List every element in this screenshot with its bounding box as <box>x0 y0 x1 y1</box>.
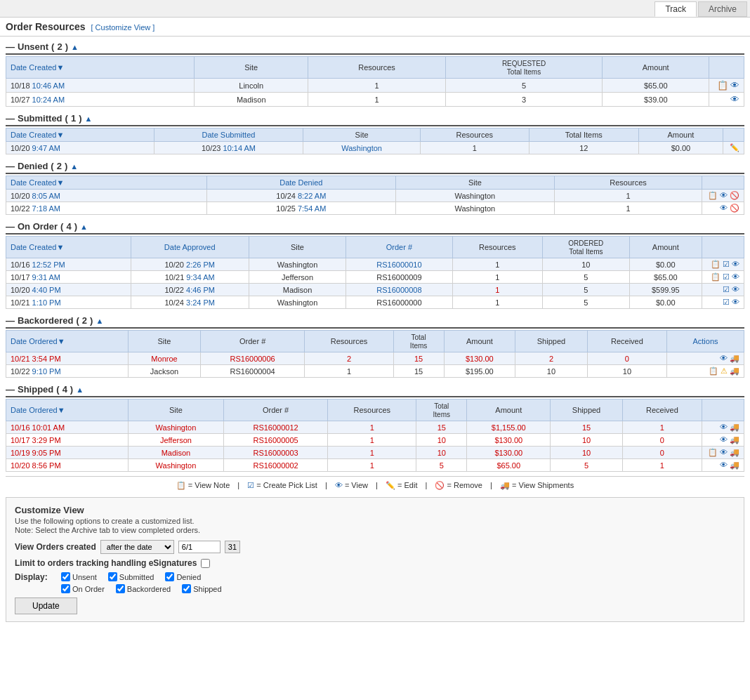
backordered-row2-actions: 📋 ⚠ 🚚 <box>667 365 744 378</box>
submitted-col-site: Site <box>303 128 421 142</box>
submitted-col-date[interactable]: Date Created▼ <box>6 128 154 142</box>
date-option-select[interactable]: after the date before the date on the da… <box>100 540 174 554</box>
display-backordered[interactable]: Backordered <box>116 584 171 593</box>
backordered-col-order: Order # <box>200 331 305 352</box>
edit-icon[interactable]: ✏️ <box>730 143 739 152</box>
display-unsent[interactable]: Unsent <box>61 572 97 581</box>
ship-icon[interactable]: 🚚 <box>730 448 739 456</box>
display-checkboxes: Unsent Submitted Denied On Order Backord… <box>61 572 222 593</box>
customize-view-desc: Use the following options to create a cu… <box>15 517 735 525</box>
note-icon[interactable]: 📋 <box>709 366 718 375</box>
view-icon[interactable]: 👁 <box>720 435 728 444</box>
tab-archive[interactable]: Archive <box>698 1 747 17</box>
update-button[interactable]: Update <box>15 597 77 614</box>
note-icon[interactable]: 📋 <box>717 80 728 91</box>
submitted-col-actions <box>723 128 744 142</box>
shipped-sort-arrow: ▲ <box>76 385 84 394</box>
date-value-input[interactable] <box>178 541 221 553</box>
backordered-col-date[interactable]: Date Ordered▼ <box>6 331 129 352</box>
view-icon[interactable]: 👁 <box>732 260 739 268</box>
submitted-section: — Submitted (1) ▲ Date Created▼ Date Sub… <box>6 111 744 154</box>
shipped-header: — Shipped (4) ▲ <box>6 382 744 397</box>
on-order-col-date[interactable]: Date Created▼ <box>6 237 131 258</box>
backordered-header: — Backordered (2) ▲ <box>6 313 744 329</box>
customize-view-link[interactable]: [ Customize View ] <box>91 23 155 32</box>
view-icon[interactable]: 👁 <box>732 272 739 281</box>
ship-icon[interactable]: 🚚 <box>730 435 739 444</box>
calendar-button[interactable]: 31 <box>225 541 240 553</box>
unsent-col-date[interactable]: Date Created▼ <box>6 57 195 79</box>
table-row: 10/18 10:46 AM Lincoln 1 5 $65.00 📋 👁 <box>6 79 744 93</box>
table-row: 10/21 1:10 PM 10/24 3:24 PM Washington R… <box>6 296 744 309</box>
unsent-table: Date Created▼ Site Resources REQUESTEDTo… <box>6 56 744 107</box>
on-order-col-dateapproved: Date Approved <box>131 237 249 258</box>
display-denied[interactable]: Denied <box>165 572 201 581</box>
display-onorder[interactable]: On Order <box>61 584 105 593</box>
ship-icon[interactable]: 🚚 <box>730 423 739 431</box>
shipped-col-order: Order # <box>223 399 327 421</box>
unsent-col-resources: Resources <box>308 57 445 79</box>
backordered-row1-actions: 👁 🚚 <box>667 352 744 365</box>
note-icon[interactable]: 📋 <box>711 260 721 268</box>
ship-icon[interactable]: 🚚 <box>730 366 739 375</box>
view-icon[interactable]: 👁 <box>720 191 728 199</box>
shipped-col-resources: Resources <box>328 399 416 421</box>
view-icon[interactable]: 👁 <box>720 354 728 362</box>
limit-label: Limit to orders tracking handling eSigna… <box>15 558 197 568</box>
on-order-table: Date Created▼ Date Approved Site Order #… <box>6 236 744 309</box>
table-row: 10/21 3:54 PM Monroe RS16000006 2 15 $13… <box>6 352 744 365</box>
ship-icon[interactable]: 🚚 <box>730 354 739 362</box>
legend-checklist-icon: ☑ <box>247 481 254 489</box>
note-icon[interactable]: 📋 <box>708 448 718 456</box>
denied-col-date[interactable]: Date Created▼ <box>6 176 207 190</box>
checklist-icon[interactable]: ☑ <box>723 285 730 293</box>
limit-checkbox[interactable] <box>201 559 210 568</box>
denied-col-site: Site <box>395 176 554 190</box>
ship-icon[interactable]: 🚚 <box>730 461 739 469</box>
view-icon[interactable]: 👁 <box>730 94 739 105</box>
checklist-icon[interactable]: ☑ <box>723 260 730 268</box>
shipped-col-date[interactable]: Date Ordered▼ <box>6 399 129 421</box>
backordered-col-site: Site <box>129 331 201 352</box>
denied-col-actions <box>702 176 744 190</box>
unsent-sort-arrow: ▲ <box>71 43 79 51</box>
display-label: Display: <box>15 572 57 582</box>
view-icon[interactable]: 👁 <box>732 298 739 306</box>
remove-icon[interactable]: 🚫 <box>730 191 739 199</box>
shipped-row1-actions: 👁 🚚 <box>702 421 744 434</box>
shipped-table: Date Ordered▼ Site Order # Resources Tot… <box>6 399 744 472</box>
note-icon[interactable]: 📋 <box>711 272 721 281</box>
checklist-icon[interactable]: ☑ <box>723 298 730 306</box>
legend-view-icon: 👁 <box>335 481 343 489</box>
table-row: 10/20 9:47 AM 10/23 10:14 AM Washington … <box>6 142 744 154</box>
view-icon[interactable]: 👁 <box>732 285 739 293</box>
note-icon[interactable]: 📋 <box>708 191 718 199</box>
shipped-col-actions <box>702 399 744 421</box>
view-icon[interactable]: 👁 <box>720 448 728 456</box>
view-icon[interactable]: 👁 <box>720 204 728 212</box>
display-submitted[interactable]: Submitted <box>108 572 154 581</box>
shipped-col-received: Received <box>622 399 702 421</box>
submitted-col-amount: Amount <box>638 128 723 142</box>
backordered-col-shipped: Shipped <box>515 331 588 352</box>
table-row: 10/19 9:05 PM Madison RS16000003 1 10 $1… <box>6 447 744 459</box>
backordered-col-actions: Actions <box>667 331 744 352</box>
submitted-col-resources: Resources <box>420 128 529 142</box>
unsent-section: — Unsent (2) ▲ Date Created▼ Site Resour… <box>6 39 744 107</box>
legend-ship-icon: 🚚 <box>500 481 510 489</box>
view-icon[interactable]: 👁 <box>720 461 728 469</box>
checklist-icon[interactable]: ☑ <box>723 272 730 281</box>
on-order-row2-actions: 📋 ☑ 👁 <box>702 271 744 284</box>
warning-icon: ⚠ <box>721 366 728 375</box>
display-shipped[interactable]: Shipped <box>182 584 221 593</box>
view-icon[interactable]: 👁 <box>730 80 739 91</box>
on-order-col-totalitems: ORDEREDTotal Items <box>543 237 629 258</box>
submitted-col-totalitems: Total Items <box>529 128 638 142</box>
view-icon[interactable]: 👁 <box>720 423 728 431</box>
tab-track[interactable]: Track <box>654 1 697 17</box>
remove-icon[interactable]: 🚫 <box>730 204 739 212</box>
table-row: 10/17 9:31 AM 10/21 9:34 AM Jefferson RS… <box>6 271 744 284</box>
on-order-row1-actions: 📋 ☑ 👁 <box>702 258 744 271</box>
backordered-col-amount: Amount <box>444 331 515 352</box>
backordered-col-received: Received <box>587 331 666 352</box>
